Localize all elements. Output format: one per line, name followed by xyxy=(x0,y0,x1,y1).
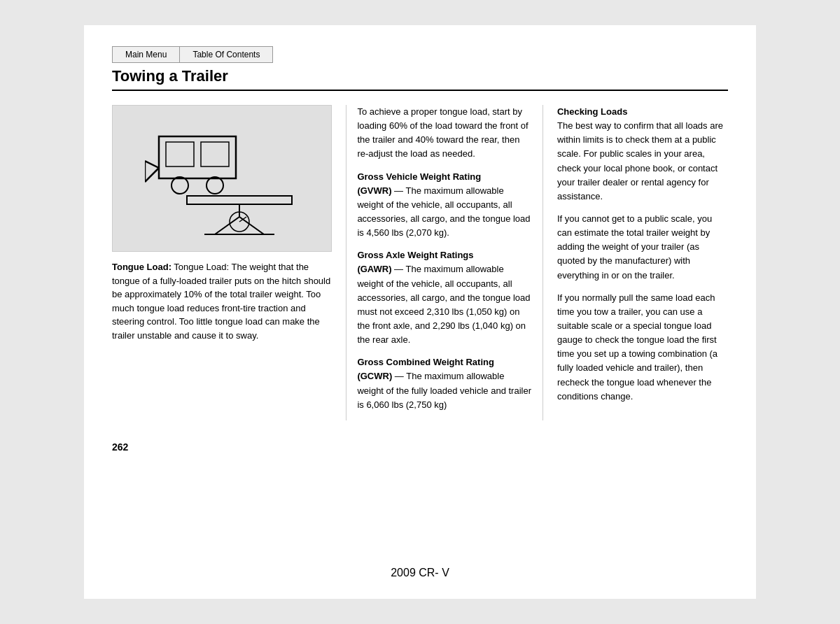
middle-column: To achieve a proper tongue load, start b… xyxy=(346,105,543,420)
svg-rect-8 xyxy=(187,196,292,204)
page-number: 262 xyxy=(112,441,128,453)
gcwr-paragraph: Gross Combined Weight Rating (GCWR) — Th… xyxy=(357,355,532,412)
checking-loads-heading: Checking Loads xyxy=(557,106,627,117)
main-menu-button[interactable]: Main Menu xyxy=(112,46,179,63)
svg-rect-1 xyxy=(166,142,194,166)
checking-loads-para2: If you cannot get to a public scale, you… xyxy=(557,212,728,283)
gvwr-abbr: (GVWR) xyxy=(357,185,391,196)
intro-paragraph: To achieve a proper tongue load, start b… xyxy=(357,105,532,162)
trailer-illustration xyxy=(112,105,332,252)
right-column: Checking Loads The best way to confirm t… xyxy=(543,105,728,420)
svg-point-7 xyxy=(206,177,223,194)
svg-line-4 xyxy=(145,161,159,168)
svg-line-3 xyxy=(145,168,159,182)
svg-rect-0 xyxy=(159,136,236,178)
gvwr-heading: Gross Vehicle Weight Rating xyxy=(357,171,481,182)
model-name: 2009 CR- V xyxy=(84,567,756,579)
main-content: Tongue Load: Tongue Load: The weight tha… xyxy=(112,105,728,420)
gawr-abbr: (GAWR) xyxy=(357,264,391,274)
gcwr-abbr: (GCWR) xyxy=(357,371,392,381)
toc-button[interactable]: Table Of Contents xyxy=(179,46,273,63)
tongue-load-body: Tongue Load: The weight that the tongue … xyxy=(112,262,330,341)
tongue-load-label: Tongue Load: xyxy=(112,262,172,272)
trailer-svg xyxy=(145,115,299,241)
gawr-heading: Gross Axle Weight Ratings xyxy=(357,250,473,260)
checking-loads-para3: If you normally pull the same load each … xyxy=(557,291,728,404)
page-title: Towing a Trailer xyxy=(112,67,728,91)
nav-buttons: Main Menu Table Of Contents xyxy=(112,46,728,63)
checking-loads-section: Checking Loads The best way to confirm t… xyxy=(557,105,728,204)
gcwr-heading: Gross Combined Weight Rating xyxy=(357,357,494,367)
gvwr-paragraph: Gross Vehicle Weight Rating (GVWR) — The… xyxy=(357,170,532,241)
manual-page: Main Menu Table Of Contents Towing a Tra… xyxy=(84,25,756,599)
svg-point-6 xyxy=(172,177,188,194)
checking-loads-para1: The best way to confirm that all loads a… xyxy=(557,120,723,201)
tongue-load-text: Tongue Load: Tongue Load: The weight tha… xyxy=(112,260,332,342)
gawr-text: — The maximum allowable weight of the ve… xyxy=(357,264,530,345)
gawr-paragraph: Gross Axle Weight Ratings (GAWR) — The m… xyxy=(357,248,532,347)
svg-rect-2 xyxy=(201,142,229,166)
page-footer: 262 xyxy=(112,441,728,453)
left-column: Tongue Load: Tongue Load: The weight tha… xyxy=(112,105,346,420)
